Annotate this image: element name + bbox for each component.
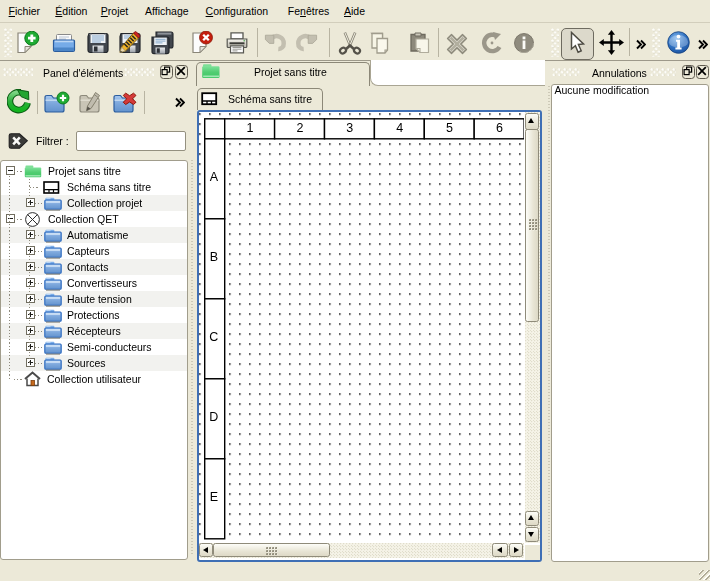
svg-text:6: 6 (496, 121, 503, 135)
svg-text:3: 3 (346, 121, 353, 135)
svg-text:5: 5 (446, 121, 453, 135)
svg-text:2: 2 (296, 121, 303, 135)
svg-text:4: 4 (396, 121, 403, 135)
svg-text:C: C (209, 329, 218, 343)
svg-text:1: 1 (247, 121, 254, 135)
svg-text:B: B (210, 249, 218, 263)
svg-text:D: D (209, 409, 218, 423)
svg-text:E: E (210, 489, 218, 503)
svg-text:A: A (210, 169, 219, 183)
